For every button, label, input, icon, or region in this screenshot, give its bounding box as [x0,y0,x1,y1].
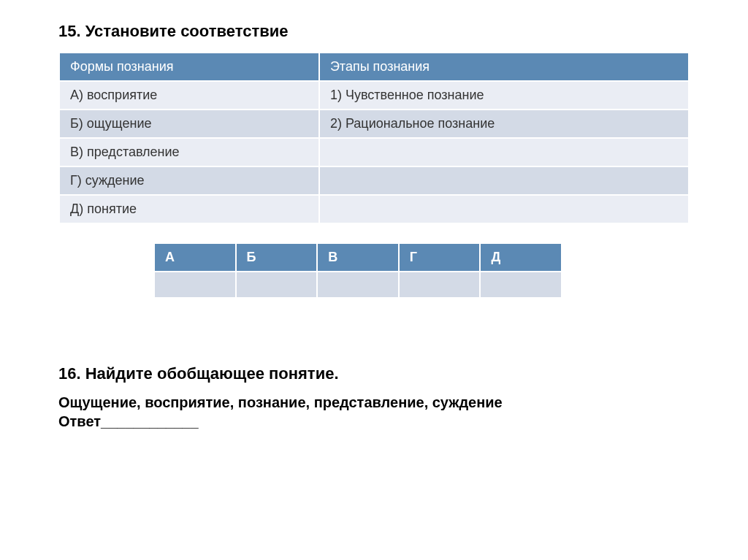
cell-right: 1) Чувственное познание [319,81,689,110]
answer-row [154,272,562,298]
header-stages: Этапы познания [319,53,689,81]
q16-prompt: Ощущение, восприятие, познание, представ… [58,394,690,411]
answer-header: Б [236,243,318,272]
table-row: В) представление [59,138,689,166]
table-row: А) восприятие 1) Чувственное познание [59,81,689,110]
cell-right: 2) Рациональное познание [319,110,689,138]
answer-cell[interactable] [154,272,236,298]
table-row: Б) ощущение 2) Рациональное познание [59,110,689,138]
table-row: Д) понятие [59,195,689,223]
answer-table: А Б В Г Д [153,242,562,299]
answer-cell[interactable] [399,272,481,298]
answer-header: Г [399,243,481,272]
cell-left: В) представление [59,138,319,166]
answer-cell[interactable] [236,272,318,298]
q15-title: 15. Установите соответствие [58,22,690,41]
cell-left: Б) ощущение [59,110,319,138]
answer-header: В [317,243,399,272]
cell-right [319,195,689,223]
q16-answer-line[interactable]: Ответ____________ [58,413,690,430]
cell-left: Д) понятие [59,195,319,223]
cell-left: Г) суждение [59,166,319,195]
header-forms: Формы познания [59,53,319,81]
match-table: Формы познания Этапы познания А) восприя… [58,52,690,224]
table-row: Г) суждение [59,166,689,195]
answer-header: А [154,243,236,272]
answer-cell[interactable] [317,272,399,298]
cell-right [319,138,689,166]
cell-left: А) восприятие [59,81,319,110]
cell-right [319,166,689,195]
answer-header: Д [480,243,562,272]
answer-cell[interactable] [480,272,562,298]
q16-title: 16. Найдите обобщающее понятие. [58,364,690,383]
